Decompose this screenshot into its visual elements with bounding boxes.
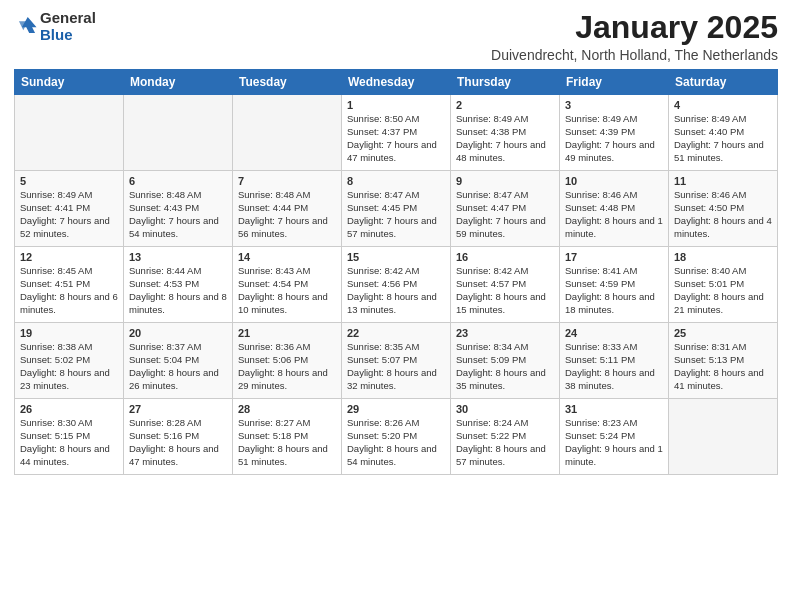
day-info: Sunrise: 8:45 AM Sunset: 4:51 PM Dayligh… bbox=[20, 265, 118, 316]
calendar-cell: 15Sunrise: 8:42 AM Sunset: 4:56 PM Dayli… bbox=[342, 247, 451, 323]
logo-general-text: General bbox=[40, 9, 96, 26]
day-number: 22 bbox=[347, 327, 445, 339]
calendar-week-row-1: 1Sunrise: 8:50 AM Sunset: 4:37 PM Daylig… bbox=[15, 95, 778, 171]
day-info: Sunrise: 8:41 AM Sunset: 4:59 PM Dayligh… bbox=[565, 265, 663, 316]
day-info: Sunrise: 8:33 AM Sunset: 5:11 PM Dayligh… bbox=[565, 341, 663, 392]
day-info: Sunrise: 8:49 AM Sunset: 4:40 PM Dayligh… bbox=[674, 113, 772, 164]
day-info: Sunrise: 8:50 AM Sunset: 4:37 PM Dayligh… bbox=[347, 113, 445, 164]
day-number: 18 bbox=[674, 251, 772, 263]
day-number: 31 bbox=[565, 403, 663, 415]
calendar-cell: 26Sunrise: 8:30 AM Sunset: 5:15 PM Dayli… bbox=[15, 399, 124, 475]
day-info: Sunrise: 8:35 AM Sunset: 5:07 PM Dayligh… bbox=[347, 341, 445, 392]
calendar-cell bbox=[15, 95, 124, 171]
calendar-cell: 21Sunrise: 8:36 AM Sunset: 5:06 PM Dayli… bbox=[233, 323, 342, 399]
day-info: Sunrise: 8:36 AM Sunset: 5:06 PM Dayligh… bbox=[238, 341, 336, 392]
day-info: Sunrise: 8:46 AM Sunset: 4:50 PM Dayligh… bbox=[674, 189, 772, 240]
day-number: 23 bbox=[456, 327, 554, 339]
day-info: Sunrise: 8:47 AM Sunset: 4:47 PM Dayligh… bbox=[456, 189, 554, 240]
day-info: Sunrise: 8:27 AM Sunset: 5:18 PM Dayligh… bbox=[238, 417, 336, 468]
calendar-cell bbox=[669, 399, 778, 475]
calendar-cell: 24Sunrise: 8:33 AM Sunset: 5:11 PM Dayli… bbox=[560, 323, 669, 399]
calendar-cell: 25Sunrise: 8:31 AM Sunset: 5:13 PM Dayli… bbox=[669, 323, 778, 399]
calendar-table: SundayMondayTuesdayWednesdayThursdayFrid… bbox=[14, 69, 778, 475]
calendar-cell: 17Sunrise: 8:41 AM Sunset: 4:59 PM Dayli… bbox=[560, 247, 669, 323]
day-info: Sunrise: 8:40 AM Sunset: 5:01 PM Dayligh… bbox=[674, 265, 772, 316]
weekday-header-monday: Monday bbox=[124, 70, 233, 95]
day-info: Sunrise: 8:31 AM Sunset: 5:13 PM Dayligh… bbox=[674, 341, 772, 392]
weekday-header-sunday: Sunday bbox=[15, 70, 124, 95]
day-number: 30 bbox=[456, 403, 554, 415]
calendar-cell bbox=[124, 95, 233, 171]
calendar-cell: 22Sunrise: 8:35 AM Sunset: 5:07 PM Dayli… bbox=[342, 323, 451, 399]
calendar-cell: 5Sunrise: 8:49 AM Sunset: 4:41 PM Daylig… bbox=[15, 171, 124, 247]
page: General Blue January 2025 Duivendrecht, … bbox=[0, 0, 792, 612]
day-number: 17 bbox=[565, 251, 663, 263]
calendar-cell: 28Sunrise: 8:27 AM Sunset: 5:18 PM Dayli… bbox=[233, 399, 342, 475]
day-number: 26 bbox=[20, 403, 118, 415]
day-info: Sunrise: 8:23 AM Sunset: 5:24 PM Dayligh… bbox=[565, 417, 663, 468]
day-info: Sunrise: 8:49 AM Sunset: 4:39 PM Dayligh… bbox=[565, 113, 663, 164]
weekday-header-thursday: Thursday bbox=[451, 70, 560, 95]
weekday-header-friday: Friday bbox=[560, 70, 669, 95]
calendar-cell: 2Sunrise: 8:49 AM Sunset: 4:38 PM Daylig… bbox=[451, 95, 560, 171]
day-info: Sunrise: 8:37 AM Sunset: 5:04 PM Dayligh… bbox=[129, 341, 227, 392]
calendar-cell: 7Sunrise: 8:48 AM Sunset: 4:44 PM Daylig… bbox=[233, 171, 342, 247]
weekday-header-row: SundayMondayTuesdayWednesdayThursdayFrid… bbox=[15, 70, 778, 95]
calendar-cell: 3Sunrise: 8:49 AM Sunset: 4:39 PM Daylig… bbox=[560, 95, 669, 171]
calendar-cell: 4Sunrise: 8:49 AM Sunset: 4:40 PM Daylig… bbox=[669, 95, 778, 171]
day-number: 3 bbox=[565, 99, 663, 111]
day-number: 14 bbox=[238, 251, 336, 263]
day-number: 5 bbox=[20, 175, 118, 187]
day-number: 24 bbox=[565, 327, 663, 339]
day-info: Sunrise: 8:49 AM Sunset: 4:41 PM Dayligh… bbox=[20, 189, 118, 240]
day-info: Sunrise: 8:43 AM Sunset: 4:54 PM Dayligh… bbox=[238, 265, 336, 316]
calendar-cell: 16Sunrise: 8:42 AM Sunset: 4:57 PM Dayli… bbox=[451, 247, 560, 323]
day-number: 10 bbox=[565, 175, 663, 187]
day-number: 9 bbox=[456, 175, 554, 187]
month-title: January 2025 bbox=[491, 10, 778, 45]
weekday-header-tuesday: Tuesday bbox=[233, 70, 342, 95]
day-number: 16 bbox=[456, 251, 554, 263]
calendar-cell: 27Sunrise: 8:28 AM Sunset: 5:16 PM Dayli… bbox=[124, 399, 233, 475]
calendar-cell: 31Sunrise: 8:23 AM Sunset: 5:24 PM Dayli… bbox=[560, 399, 669, 475]
day-number: 8 bbox=[347, 175, 445, 187]
calendar-cell: 14Sunrise: 8:43 AM Sunset: 4:54 PM Dayli… bbox=[233, 247, 342, 323]
day-info: Sunrise: 8:47 AM Sunset: 4:45 PM Dayligh… bbox=[347, 189, 445, 240]
title-block: January 2025 Duivendrecht, North Holland… bbox=[491, 10, 778, 63]
day-info: Sunrise: 8:46 AM Sunset: 4:48 PM Dayligh… bbox=[565, 189, 663, 240]
calendar-cell: 6Sunrise: 8:48 AM Sunset: 4:43 PM Daylig… bbox=[124, 171, 233, 247]
day-info: Sunrise: 8:26 AM Sunset: 5:20 PM Dayligh… bbox=[347, 417, 445, 468]
calendar-cell: 29Sunrise: 8:26 AM Sunset: 5:20 PM Dayli… bbox=[342, 399, 451, 475]
day-number: 15 bbox=[347, 251, 445, 263]
calendar-cell: 19Sunrise: 8:38 AM Sunset: 5:02 PM Dayli… bbox=[15, 323, 124, 399]
day-info: Sunrise: 8:28 AM Sunset: 5:16 PM Dayligh… bbox=[129, 417, 227, 468]
calendar-cell: 10Sunrise: 8:46 AM Sunset: 4:48 PM Dayli… bbox=[560, 171, 669, 247]
day-info: Sunrise: 8:44 AM Sunset: 4:53 PM Dayligh… bbox=[129, 265, 227, 316]
day-info: Sunrise: 8:42 AM Sunset: 4:57 PM Dayligh… bbox=[456, 265, 554, 316]
calendar-cell: 18Sunrise: 8:40 AM Sunset: 5:01 PM Dayli… bbox=[669, 247, 778, 323]
day-info: Sunrise: 8:49 AM Sunset: 4:38 PM Dayligh… bbox=[456, 113, 554, 164]
calendar-cell: 20Sunrise: 8:37 AM Sunset: 5:04 PM Dayli… bbox=[124, 323, 233, 399]
day-number: 2 bbox=[456, 99, 554, 111]
day-number: 27 bbox=[129, 403, 227, 415]
location-title: Duivendrecht, North Holland, The Netherl… bbox=[491, 47, 778, 63]
day-number: 11 bbox=[674, 175, 772, 187]
calendar-week-row-2: 5Sunrise: 8:49 AM Sunset: 4:41 PM Daylig… bbox=[15, 171, 778, 247]
calendar-week-row-4: 19Sunrise: 8:38 AM Sunset: 5:02 PM Dayli… bbox=[15, 323, 778, 399]
day-number: 1 bbox=[347, 99, 445, 111]
calendar-cell: 11Sunrise: 8:46 AM Sunset: 4:50 PM Dayli… bbox=[669, 171, 778, 247]
day-info: Sunrise: 8:38 AM Sunset: 5:02 PM Dayligh… bbox=[20, 341, 118, 392]
day-number: 28 bbox=[238, 403, 336, 415]
calendar-cell: 9Sunrise: 8:47 AM Sunset: 4:47 PM Daylig… bbox=[451, 171, 560, 247]
calendar-cell: 13Sunrise: 8:44 AM Sunset: 4:53 PM Dayli… bbox=[124, 247, 233, 323]
weekday-header-wednesday: Wednesday bbox=[342, 70, 451, 95]
day-info: Sunrise: 8:34 AM Sunset: 5:09 PM Dayligh… bbox=[456, 341, 554, 392]
logo-icon bbox=[16, 14, 38, 36]
day-number: 25 bbox=[674, 327, 772, 339]
day-info: Sunrise: 8:48 AM Sunset: 4:44 PM Dayligh… bbox=[238, 189, 336, 240]
day-number: 13 bbox=[129, 251, 227, 263]
header: General Blue January 2025 Duivendrecht, … bbox=[14, 10, 778, 63]
calendar-cell: 30Sunrise: 8:24 AM Sunset: 5:22 PM Dayli… bbox=[451, 399, 560, 475]
day-number: 6 bbox=[129, 175, 227, 187]
day-number: 12 bbox=[20, 251, 118, 263]
